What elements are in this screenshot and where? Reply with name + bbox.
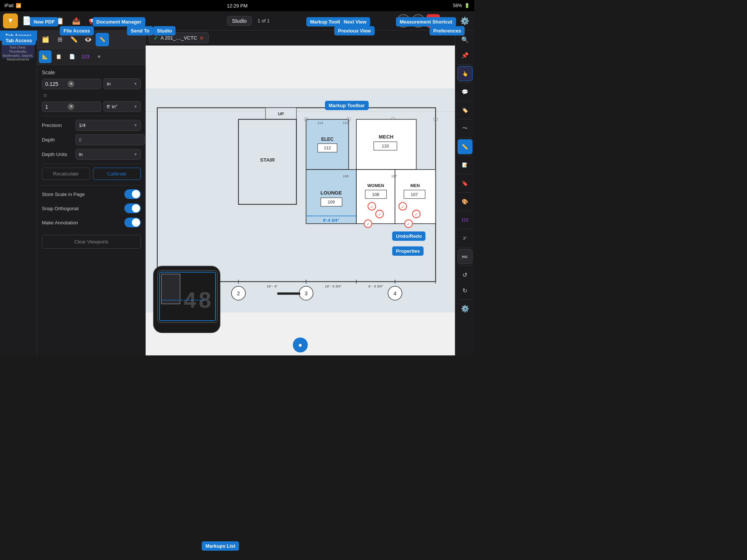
clear-scale-2[interactable]: ✕ <box>68 103 74 110</box>
measure-btn[interactable]: ✏️ <box>96 33 109 46</box>
tab-name: A 201_...._VCTC <box>161 35 197 41</box>
rt-btn-measure-active[interactable]: 📏 <box>458 139 472 154</box>
rt-btn-undo[interactable]: ↺ <box>458 267 472 282</box>
sub-tool-5[interactable]: ≡ <box>93 50 105 63</box>
rt-btn-esc[interactable]: esc <box>458 249 472 264</box>
tabs-sub-label: Tool Chest, Thumbnails, Bookmarks, Searc… <box>1 46 34 62</box>
depth-row: Depth <box>42 134 141 145</box>
toolchest-btn[interactable]: 🗂️ <box>39 33 52 46</box>
scale-unit-1-value: in <box>107 81 111 87</box>
sub-tool-1[interactable]: 📐 <box>39 50 52 63</box>
svg-text:✓: ✓ <box>401 205 405 209</box>
rt-btn-curve[interactable]: 〜 <box>458 121 472 136</box>
scale-input-wrap-1: ✕ <box>42 79 101 89</box>
svg-text:107: 107 <box>391 174 397 178</box>
svg-text:✓: ✓ <box>415 212 418 217</box>
bookmark-btn[interactable]: ✏️ <box>67 33 81 46</box>
thumbnails-btn[interactable]: ⊞ <box>53 33 66 46</box>
tabs-button[interactable]: Tabs Tool Chest, Thumbnails, Bookmarks, … <box>1 42 34 59</box>
measurement-shortcut-button[interactable]: ✳ <box>427 14 440 28</box>
sidebar-icons: Tabs Tool Chest, Thumbnails, Bookmarks, … <box>0 41 37 60</box>
sub-tool-2[interactable]: 📋 <box>52 50 65 63</box>
clear-scale-1[interactable]: ✕ <box>68 81 74 87</box>
toolbar-right: ◀ ▶ ✳ ✏️ ⚙️ <box>397 13 471 28</box>
next-view-button[interactable]: ▶ <box>412 14 425 28</box>
blueprint-canvas: UP STAIR ELEC 112 114 113 112 108A <box>146 46 455 355</box>
left-sidebar: Tab Access Tabs Tool Chest, Thumbnails, … <box>0 31 37 355</box>
rt-btn-properties[interactable]: ⚙️ <box>458 301 472 316</box>
depth-units-dropdown[interactable]: in ▼ <box>75 149 141 160</box>
recalculate-button[interactable]: Recalculate <box>42 168 90 180</box>
rt-btn-redo[interactable]: ↻ <box>458 283 472 298</box>
rt-divider-6 <box>458 156 472 156</box>
svg-text:UP: UP <box>278 112 284 116</box>
tab-check-icon: ✓ <box>154 34 158 41</box>
document-manager-button[interactable]: 📋 <box>52 13 67 28</box>
toolbar-center: Studio 1 of 1 <box>102 16 395 26</box>
svg-text:LOUNGE: LOUNGE <box>320 190 342 196</box>
rt-btn-numbers[interactable]: 123 <box>458 212 472 227</box>
pencil-button[interactable]: ✏️ <box>441 13 456 28</box>
rt-btn-angle[interactable]: 3° <box>458 231 472 246</box>
scale-unit-dropdown-1[interactable]: in ▼ <box>103 78 141 89</box>
rt-divider-10 <box>458 229 472 229</box>
tabs-main-label: Tabs <box>12 39 24 46</box>
rt-btn-stamp[interactable]: 🏷️ <box>458 103 472 118</box>
tab-close-icon[interactable]: ✕ <box>199 35 204 41</box>
rt-divider-12 <box>458 265 472 266</box>
document-tab[interactable]: ✓ A 201_...._VCTC ✕ <box>149 32 209 43</box>
prev-view-button[interactable]: ◀ <box>397 14 410 28</box>
svg-text:✓: ✓ <box>378 212 381 217</box>
back-button[interactable]: ▼ <box>3 13 18 28</box>
main-toolbar: ▼ 📄 🔥 📋 📤 📢 Studio 1 of 1 ◀ ▶ ✳ ✏️ ⚙️ <box>0 11 474 31</box>
calibrate-button[interactable]: Calibrate <box>93 168 141 180</box>
bottom-handle[interactable]: ● <box>293 337 308 352</box>
new-pdf-button[interactable]: 📄 <box>19 13 34 28</box>
scale-input-1[interactable] <box>45 81 68 87</box>
rt-divider-13 <box>458 299 472 300</box>
precision-row: Precision 1/4 ▼ <box>42 120 141 131</box>
sub-tool-4[interactable]: 123 <box>79 50 92 63</box>
rt-btn-select[interactable]: 👆 <box>458 66 472 81</box>
rt-btn-magnify[interactable]: 🔍 <box>458 32 472 47</box>
studio-button[interactable]: Studio <box>227 16 252 26</box>
svg-text:3: 3 <box>304 290 307 296</box>
send-to-button[interactable]: 📤 <box>69 13 84 28</box>
search-btn[interactable]: 👁️ <box>81 33 95 46</box>
sub-toolbar: 📐 📋 📄 123 ≡ <box>37 49 145 65</box>
panel-content: Scale ✕ in ▼ = ✕ ft' <box>37 65 145 355</box>
preferences-button[interactable]: ⚙️ <box>458 14 471 28</box>
panel-toolbar: 🗂️ ⊞ ✏️ 👁️ ✏️ <box>37 31 145 49</box>
svg-text:110: 110 <box>382 144 389 148</box>
blueprint-area: ✓ A 201_...._VCTC ✕ UP STAIR <box>146 31 455 355</box>
svg-text:108: 108 <box>372 192 379 197</box>
fire-button[interactable]: 🔥 <box>36 13 51 28</box>
action-row: Recalculate Calibrate <box>42 168 141 180</box>
svg-text:8'-4 3/4": 8'-4 3/4" <box>323 218 340 223</box>
svg-text:ELEC: ELEC <box>321 137 334 142</box>
page-indicator: 1 of 1 <box>258 18 270 24</box>
svg-rect-77 <box>277 292 300 295</box>
rt-btn-layers[interactable]: 🎨 <box>458 194 472 209</box>
make-annotation-toggle[interactable] <box>124 218 141 227</box>
scale-row-2: ✕ ft' in" ▼ <box>42 101 141 112</box>
rt-divider-1 <box>458 64 472 65</box>
scale-input-2[interactable] <box>45 104 68 110</box>
rt-btn-text[interactable]: 📝 <box>458 158 472 172</box>
svg-text:MECH: MECH <box>379 134 394 140</box>
rt-btn-bookmark[interactable]: 🔖 <box>458 176 472 191</box>
store-scale-toggle[interactable] <box>124 189 141 199</box>
rt-btn-cloud[interactable]: 💬 <box>458 84 472 99</box>
clear-viewports-button[interactable]: Clear Viewports <box>42 235 141 249</box>
precision-dropdown[interactable]: 1/4 ▼ <box>75 120 141 131</box>
handle-icon: ● <box>298 341 303 349</box>
svg-text:19' - 5 3/4": 19' - 5 3/4" <box>325 284 341 288</box>
svg-text:19' - 4": 19' - 4" <box>267 284 278 288</box>
depth-input[interactable] <box>75 134 145 145</box>
rt-btn-pin[interactable]: 📌 <box>458 48 472 63</box>
sub-tool-3[interactable]: 📄 <box>66 50 78 63</box>
snap-orthogonal-toggle[interactable] <box>124 203 141 213</box>
megaphone-button[interactable]: 📢 <box>85 13 100 28</box>
svg-text:MEN: MEN <box>410 183 420 188</box>
scale-unit-dropdown-2[interactable]: ft' in" ▼ <box>103 101 141 112</box>
